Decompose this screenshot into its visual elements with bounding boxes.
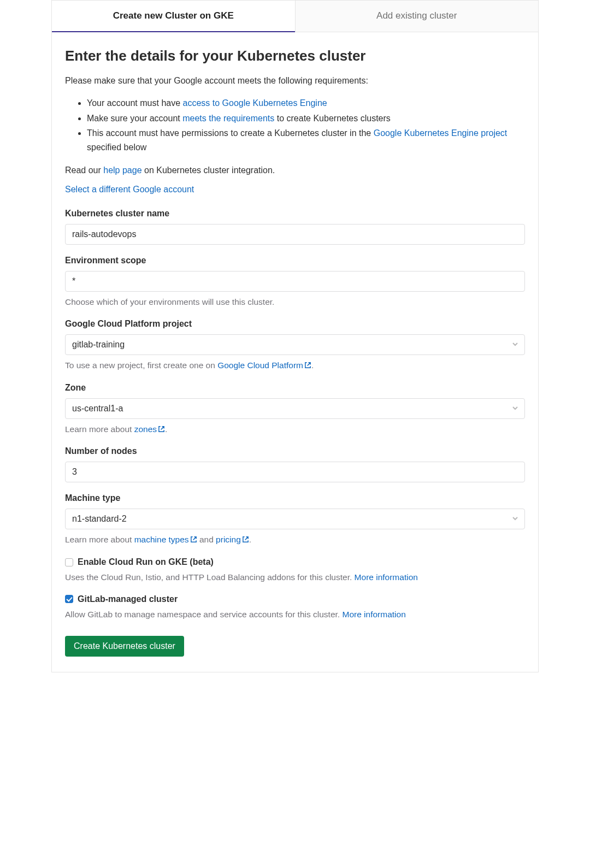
req-text: Make sure your account	[87, 114, 182, 123]
zone-select[interactable]: us-central1-a	[65, 398, 525, 419]
text: Learn more about	[65, 535, 134, 544]
req-text: to create Kubernetes clusters	[274, 114, 391, 123]
text: .	[311, 361, 314, 370]
zone-label: Zone	[65, 383, 525, 393]
gcp-project-help: To use a new project, first create one o…	[65, 359, 525, 372]
gke-project-link[interactable]: Google Kubernetes Engine project	[374, 128, 508, 138]
req-text: specified below	[87, 143, 146, 152]
gitlab-managed-more-info-link[interactable]: More information	[342, 610, 405, 619]
zones-link[interactable]: zones	[134, 424, 165, 434]
external-link-icon	[242, 534, 249, 546]
external-link-icon	[304, 360, 311, 372]
cloud-run-more-info-link[interactable]: More information	[355, 572, 418, 582]
form-content: Enter the details for your Kubernetes cl…	[52, 32, 538, 672]
field-gcp-project: Google Cloud Platform project gitlab-tra…	[65, 319, 525, 372]
text: and	[197, 535, 216, 544]
field-enable-cloud-run: Enable Cloud Run on GKE (beta) Uses the …	[65, 557, 525, 583]
text: Allow GitLab to manage namespace and ser…	[65, 610, 342, 619]
req-text: This account must have permissions to cr…	[87, 128, 374, 138]
requirements-link[interactable]: meets the requirements	[182, 114, 274, 123]
field-gitlab-managed: GitLab-managed cluster Allow GitLab to m…	[65, 594, 525, 621]
enable-cloud-run-checkbox[interactable]	[65, 558, 73, 566]
select-account-row: Select a different Google account	[65, 185, 525, 194]
list-item: This account must have permissions to cr…	[87, 126, 525, 154]
enable-cloud-run-label: Enable Cloud Run on GKE (beta)	[78, 557, 214, 567]
machine-type-select[interactable]: n1-standard-2	[65, 509, 525, 529]
enable-cloud-run-help: Uses the Cloud Run, Istio, and HTTP Load…	[65, 571, 525, 583]
environment-scope-label: Environment scope	[65, 256, 525, 265]
text: Learn more about	[65, 424, 134, 434]
gke-access-link[interactable]: access to Google Kubernetes Engine	[183, 98, 327, 108]
text: Uses the Cloud Run, Istio, and HTTP Load…	[65, 572, 355, 582]
req-text: Your account must have	[87, 98, 183, 108]
machine-type-label: Machine type	[65, 493, 525, 503]
gitlab-managed-checkbox[interactable]	[65, 595, 73, 603]
pricing-link[interactable]: pricing	[216, 535, 249, 544]
field-environment-scope: Environment scope Choose which of your e…	[65, 256, 525, 308]
gitlab-managed-help: Allow GitLab to manage namespace and ser…	[65, 609, 525, 621]
requirements-list: Your account must have access to Google …	[65, 96, 525, 154]
zone-help: Learn more about zones.	[65, 423, 525, 436]
field-zone: Zone us-central1-a Learn more about zone…	[65, 383, 525, 436]
list-item: Your account must have access to Google …	[87, 96, 525, 110]
field-number-of-nodes: Number of nodes	[65, 446, 525, 482]
external-link-icon	[190, 534, 197, 546]
text: To use a new project, first create one o…	[65, 361, 217, 370]
external-link-icon	[158, 424, 165, 436]
gitlab-managed-label: GitLab-managed cluster	[78, 594, 178, 604]
page-title: Enter the details for your Kubernetes cl…	[65, 48, 525, 64]
create-cluster-button[interactable]: Create Kubernetes cluster	[65, 636, 184, 657]
environment-scope-input[interactable]	[65, 271, 525, 292]
kubernetes-cluster-form: Create new Cluster on GKE Add existing c…	[51, 0, 539, 672]
environment-scope-help: Choose which of your environments will u…	[65, 296, 525, 308]
machine-types-link[interactable]: machine types	[134, 535, 197, 544]
number-of-nodes-label: Number of nodes	[65, 446, 525, 456]
cluster-name-label: Kubernetes cluster name	[65, 209, 525, 219]
tabs: Create new Cluster on GKE Add existing c…	[52, 1, 538, 32]
text: Read our	[65, 166, 103, 175]
gcp-project-label: Google Cloud Platform project	[65, 319, 525, 329]
text: .	[165, 424, 167, 434]
select-different-account-link[interactable]: Select a different Google account	[65, 185, 194, 194]
cluster-name-input[interactable]	[65, 224, 525, 245]
tab-add-existing-cluster[interactable]: Add existing cluster	[295, 1, 539, 32]
tab-create-new-cluster[interactable]: Create new Cluster on GKE	[52, 1, 295, 32]
read-help: Read our help page on Kubernetes cluster…	[65, 164, 525, 177]
number-of-nodes-input[interactable]	[65, 462, 525, 482]
list-item: Make sure your account meets the require…	[87, 111, 525, 126]
field-cluster-name: Kubernetes cluster name	[65, 209, 525, 245]
gcp-platform-link[interactable]: Google Cloud Platform	[217, 361, 311, 370]
help-page-link[interactable]: help page	[103, 166, 141, 175]
text: on Kubernetes cluster integration.	[142, 166, 275, 175]
intro-text: Please make sure that your Google accoun…	[65, 74, 525, 87]
text: .	[249, 535, 251, 544]
machine-type-help: Learn more about machine types and prici…	[65, 534, 525, 546]
field-machine-type: Machine type n1-standard-2 Learn more ab…	[65, 493, 525, 546]
gcp-project-select[interactable]: gitlab-training	[65, 334, 525, 355]
